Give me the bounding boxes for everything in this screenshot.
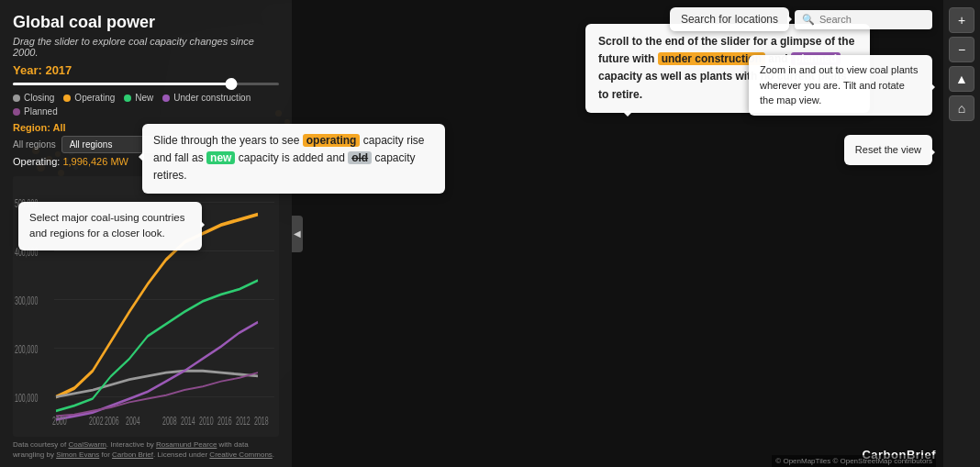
search-label-bubble: Search for locations <box>670 7 789 31</box>
svg-text:2004: 2004 <box>126 413 140 427</box>
collapse-button[interactable]: ◀ <box>292 216 303 252</box>
svg-text:2012: 2012 <box>236 413 251 427</box>
svg-text:2010: 2010 <box>199 413 214 427</box>
planned-dot <box>13 108 20 116</box>
svg-text:200,000: 200,000 <box>15 342 38 356</box>
svg-text:2006: 2006 <box>105 413 119 427</box>
planned-label: Planned <box>24 106 58 117</box>
operating-dot <box>63 95 71 102</box>
legend-closing: Closing <box>13 93 54 103</box>
svg-text:2002: 2002 <box>89 413 104 427</box>
svg-text:2014: 2014 <box>181 413 195 427</box>
zoom-tooltip: Zoom in and out to view coal plants wher… <box>749 55 932 116</box>
closing-dot <box>13 95 20 102</box>
svg-text:2016: 2016 <box>217 413 232 427</box>
legend-planned: Planned <box>13 106 58 117</box>
operating-label: Operating <box>74 93 115 103</box>
svg-text:2018: 2018 <box>254 413 269 427</box>
search-input-container[interactable]: 🔍 <box>795 10 932 29</box>
new-label: New <box>135 93 153 103</box>
under-construction-label: Under construction <box>173 93 251 103</box>
all-regions-label: All regions <box>13 139 56 150</box>
svg-text:100,000: 100,000 <box>15 391 38 405</box>
panel-footer: Data courtesy of CoalSwarm. Interactive … <box>13 440 279 460</box>
search-area: Search for locations 🔍 <box>670 7 932 31</box>
slide-through-tooltip: Slide through the years to see operating… <box>142 124 445 194</box>
panel-title: Global coal power <box>13 13 279 32</box>
legend-operating: Operating <box>63 93 115 103</box>
legend-new: New <box>124 93 153 103</box>
legend: Closing Operating New Under construction… <box>13 93 279 117</box>
svg-text:2000: 2000 <box>52 413 67 427</box>
panel-subtitle: Drag the slider to explore coal capacity… <box>13 36 279 58</box>
search-input[interactable] <box>819 14 920 25</box>
svg-text:300,000: 300,000 <box>15 294 38 307</box>
zoom-in-button[interactable]: + <box>949 7 974 33</box>
osm-attribution: © OpenMapTiles © OpenStreetMap contribut… <box>772 455 936 467</box>
operating-value: 1,996,426 MW <box>62 156 128 167</box>
region-select-tooltip: Select major coal-using countries and re… <box>18 202 202 250</box>
compass-button[interactable]: ▲ <box>949 66 974 92</box>
year-slider[interactable] <box>13 83 279 85</box>
map-controls: + − ▲ ⌂ <box>943 0 980 467</box>
year-label: Year: 2017 <box>13 63 279 77</box>
new-dot <box>124 95 131 102</box>
home-button[interactable]: ⌂ <box>949 95 974 121</box>
search-icon: 🔍 <box>802 14 815 26</box>
reset-tooltip: Reset the view <box>844 135 932 165</box>
svg-text:2008: 2008 <box>162 413 177 427</box>
legend-under-construction: Under construction <box>162 93 251 103</box>
zoom-out-button[interactable]: − <box>949 37 974 62</box>
closing-label: Closing <box>24 93 54 103</box>
under-construction-dot <box>162 95 170 102</box>
